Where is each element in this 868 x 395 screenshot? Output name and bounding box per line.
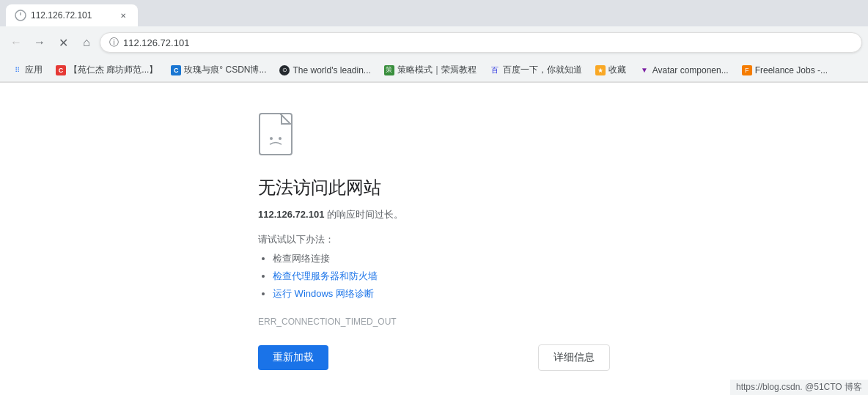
bookmark-celue-label: 策略模式｜荣焉教程	[397, 64, 477, 76]
bookmark-baidu[interactable]: 百 百度一下，你就知道	[484, 62, 588, 79]
fanren-favicon: C	[56, 65, 66, 75]
tab-title: 112.126.72.101	[31, 10, 113, 21]
bookmark-csdn[interactable]: C 玫瑰与痕° CSDN博...	[165, 62, 272, 79]
apps-favicon: ⠿	[12, 65, 22, 75]
csdn-favicon: C	[171, 65, 181, 75]
error-suggestions-list: 检查网络连接 检查代理服务器和防火墙 运行 Windows 网络诊断	[258, 252, 378, 305]
bookmarks-bar: ⠿ 应用 C 【苑仁杰 廊坊师范...】 C 玫瑰与痕° CSDN博... ⊙ …	[0, 59, 868, 82]
bookmark-avatar-label: Avatar componen...	[652, 65, 729, 75]
bookmark-freelance-label: Freelance Jobs -...	[755, 65, 828, 75]
baidu-favicon: 百	[490, 65, 500, 75]
back-button[interactable]: ←	[6, 32, 26, 53]
status-bar: https://blog.csdn. @51CTO 博客	[730, 380, 868, 395]
address-bar[interactable]: ⓘ 112.126.72.101	[100, 32, 862, 53]
bookmark-shoucang-label: 收藏	[608, 64, 626, 76]
tab-close-button[interactable]: ✕	[117, 10, 129, 21]
freelance-favicon: F	[742, 65, 752, 75]
bookmark-apps-label: 应用	[25, 64, 43, 76]
bookmark-csdn-label: 玫瑰与痕° CSDN博...	[184, 64, 266, 76]
security-icon: ⓘ	[109, 36, 119, 49]
suggestion-1: 检查网络连接	[273, 252, 378, 265]
error-container: 无法访问此网站 112.126.72.101 的响应时间过长。 请试试以下办法：…	[258, 112, 610, 371]
error-buttons: 重新加载 详细信息	[258, 344, 610, 371]
error-try-label: 请试试以下办法：	[258, 233, 334, 246]
suggestion-3: 运行 Windows 网络诊断	[273, 287, 378, 300]
details-button[interactable]: 详细信息	[538, 344, 610, 371]
error-subtitle: 112.126.72.101 的响应时间过长。	[258, 208, 403, 221]
bookmark-github[interactable]: ⊙ The world's leadin...	[273, 62, 376, 79]
bookmark-freelance[interactable]: F Freelance Jobs -...	[736, 62, 834, 79]
shoucang-favicon: ★	[595, 65, 606, 75]
bookmark-apps[interactable]: ⠿ 应用	[6, 62, 48, 79]
github-favicon: ⊙	[279, 65, 290, 75]
celue-favicon: 策	[384, 65, 394, 75]
tab-bar: 112.126.72.101 ✕	[0, 0, 868, 26]
error-icon	[258, 112, 299, 158]
error-suffix: 的响应时间过长。	[324, 209, 403, 220]
bookmark-avatar[interactable]: ▼ Avatar componen...	[633, 62, 735, 79]
error-ip: 112.126.72.101	[258, 209, 324, 220]
svg-point-4	[270, 137, 273, 140]
forward-button[interactable]: →	[29, 32, 50, 53]
avatar-favicon: ▼	[639, 65, 650, 75]
suggestion-1-text: 检查网络连接	[273, 253, 330, 264]
error-code: ERR_CONNECTION_TIMED_OUT	[258, 317, 397, 327]
status-url: https://blog.csdn. @51CTO 博客	[736, 382, 862, 392]
active-tab[interactable]: 112.126.72.101 ✕	[6, 4, 138, 26]
page-content: 无法访问此网站 112.126.72.101 的响应时间过长。 请试试以下办法：…	[0, 83, 868, 395]
url-display: 112.126.72.101	[123, 37, 189, 48]
suggestion-2: 检查代理服务器和防火墙	[273, 270, 378, 283]
bookmark-fanren[interactable]: C 【苑仁杰 廊坊师范...】	[50, 62, 163, 79]
suggestion-2-link[interactable]: 检查代理服务器和防火墙	[273, 270, 378, 281]
tab-favicon	[15, 10, 26, 21]
bookmark-celue[interactable]: 策 策略模式｜荣焉教程	[378, 62, 482, 79]
reload-page-button[interactable]: 重新加载	[258, 345, 328, 370]
bookmark-baidu-label: 百度一下，你就知道	[503, 64, 582, 76]
home-button[interactable]: ⌂	[76, 32, 97, 53]
bookmark-shoucang[interactable]: ★ 收藏	[589, 62, 632, 79]
bookmark-github-label: The world's leadin...	[293, 65, 370, 75]
browser-chrome: 112.126.72.101 ✕ ← → ✕ ⌂ ⓘ 112.126.72.10…	[0, 0, 868, 83]
address-bar-row: ← → ✕ ⌂ ⓘ 112.126.72.101	[0, 26, 868, 59]
error-title: 无法访问此网站	[258, 176, 381, 199]
reload-button[interactable]: ✕	[53, 32, 73, 53]
suggestion-3-link[interactable]: 运行 Windows 网络诊断	[273, 288, 374, 299]
bookmark-fanren-label: 【苑仁杰 廊坊师范...】	[69, 64, 158, 76]
svg-point-5	[279, 137, 282, 140]
